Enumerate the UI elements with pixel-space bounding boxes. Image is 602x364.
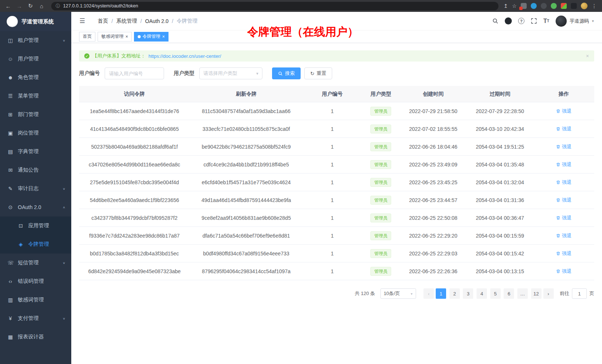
prev-page-button[interactable]: ‹ (423, 288, 434, 299)
user-id-input[interactable] (105, 67, 164, 79)
pagination: 共 120 条 10条/页 ▾ ‹ 1 2 3 (79, 288, 594, 299)
tab-label: 首页 (83, 33, 92, 40)
page-button[interactable]: 3 (463, 288, 473, 299)
force-logout-button[interactable]: 强退 (556, 268, 572, 275)
page-button[interactable]: … (517, 288, 528, 299)
page-button[interactable]: 5 (490, 288, 501, 299)
user-id-cell: 1 (302, 144, 362, 150)
sidebar-item-oauth2-app[interactable]: ⊡ 应用管理 (0, 216, 71, 235)
sidebar-item-post[interactable]: ▣ 岗位管理 (0, 124, 71, 142)
sidebar-item-tenant[interactable]: ◫ 租户管理 ∨ (0, 31, 71, 50)
extension-icon-blue[interactable] (531, 3, 537, 9)
page-tab[interactable]: 敏感词管理 × (98, 32, 132, 42)
browser-menu-kebab-icon[interactable]: ⋮ (592, 3, 597, 9)
force-logout-button[interactable]: 强退 (556, 108, 572, 115)
breadcrumb-item[interactable]: 首页 (98, 18, 108, 24)
access-token-cell: 275e5de9151045fe87cbdc395e004f4d (79, 179, 190, 185)
browser-back-button[interactable]: ← (4, 1, 13, 10)
user-id-cell: 1 (302, 268, 362, 274)
page-button[interactable]: 12 (531, 288, 542, 299)
created-time-cell: 2022-06-25 23:49:09 (400, 162, 467, 168)
font-size-icon[interactable]: TT (543, 18, 549, 24)
extension-icon-puzzle[interactable] (561, 3, 567, 9)
breadcrumb-item[interactable]: OAuth 2.0 (145, 18, 169, 24)
page-size-select[interactable]: 10条/页 ▾ (380, 288, 416, 299)
force-logout-button[interactable]: 强退 (556, 250, 572, 257)
extension-icon-grid[interactable] (521, 3, 527, 9)
extension-icon-dark[interactable] (541, 3, 547, 9)
browser-home-button[interactable]: ⌂ (37, 1, 46, 10)
error-code-icon: ‹› (7, 278, 13, 284)
next-page-button[interactable]: › (543, 288, 554, 299)
action-cell: 强退 (533, 126, 594, 132)
page-tab[interactable]: 令牌管理 × (134, 32, 169, 42)
sidebar-item-role[interactable]: ☻ 角色管理 (0, 68, 71, 87)
tab-close-icon[interactable]: × (125, 34, 128, 39)
sidebar-item-dict[interactable]: ▤ 字典管理 (0, 142, 71, 161)
address-bar[interactable]: ⓘ 127.0.0.1:1024/system/oauth2/token (51, 2, 498, 10)
expire-time-cell: 2054-03-04 19:51:25 (467, 144, 533, 150)
page-tab[interactable]: 首页 × (79, 32, 95, 42)
dict-book-icon: ▤ (7, 149, 13, 155)
share-icon[interactable]: ↥ (504, 3, 508, 9)
user-name: 芋道源码 (570, 18, 589, 24)
sidebar-item-notice[interactable]: ✉ 通知公告 (0, 161, 71, 179)
force-logout-button[interactable]: 强退 (556, 143, 572, 150)
tab-close-icon[interactable]: × (162, 34, 165, 39)
page-button[interactable]: 4 (477, 288, 487, 299)
search-icon[interactable] (492, 18, 498, 24)
bookmark-star-icon[interactable]: ☆ (512, 3, 517, 9)
sidebar-item-user[interactable]: ☺ 用户管理 (0, 50, 71, 68)
goto-page-input[interactable] (572, 288, 587, 299)
created-time-cell: 2022-06-25 22:29:20 (400, 233, 467, 239)
force-logout-button[interactable]: 强退 (556, 161, 572, 168)
doc-alert: ✓ 【用户体系】文档地址： https://doc.iocoder.cn/use… (79, 50, 594, 62)
user-avatar (556, 16, 567, 27)
github-icon[interactable] (505, 17, 512, 24)
breadcrumb-item[interactable]: 令牌管理 (177, 18, 197, 24)
alert-close-icon[interactable]: × (586, 53, 589, 59)
sidebar-item-oauth2-token[interactable]: ◈ 令牌管理 (0, 235, 71, 254)
page-button[interactable]: 6 (504, 288, 514, 299)
sidebar-item-report-designer[interactable]: ▦ 报表设计器 (0, 328, 71, 346)
app-logo[interactable]: 芋道管理系统 (0, 12, 71, 31)
sidebar-toggle-icon[interactable]: ☰ (79, 17, 85, 25)
doc-link[interactable]: https://doc.iocoder.cn/user-center/ (148, 53, 221, 59)
sidebar-item-error-code[interactable]: ‹› 错误码管理 (0, 272, 71, 291)
breadcrumb-separator: / (111, 18, 113, 24)
filter-form: 用户编号 用户类型 请选择用户类型 ▾ 搜索 ↻ 重置 (79, 67, 594, 79)
force-logout-button[interactable]: 强退 (556, 215, 572, 221)
search-button[interactable]: 搜索 (272, 67, 301, 79)
sidebar-item-sensitive-word[interactable]: ▥ 敏感词管理 (0, 291, 71, 309)
page-button[interactable]: 2 (449, 288, 460, 299)
sidebar-item-pay[interactable]: ¥ 支付管理 ∨ (0, 309, 71, 328)
sidebar-item-dept[interactable]: ⊞ 部门管理 (0, 105, 71, 124)
site-info-icon[interactable]: ⓘ (56, 3, 60, 9)
force-logout-button[interactable]: 强退 (556, 126, 572, 132)
sidebar-item-oauth2[interactable]: ⊙ OAuth 2.0 ∧ (0, 198, 71, 216)
column-header: 用户类型 (362, 91, 400, 97)
fullscreen-icon[interactable] (531, 18, 537, 24)
force-logout-button[interactable]: 强退 (556, 232, 572, 239)
action-cell: 强退 (533, 143, 594, 150)
sensitive-word-icon: ▥ (7, 297, 13, 303)
sidebar-item-menu[interactable]: ☰ 菜单管理 (0, 87, 71, 105)
table-header: 访问令牌 刷新令牌 用户编号 用户类型 创建时间 过期时间 操作 (79, 86, 594, 102)
user-type-tag: 管理员 (370, 267, 391, 276)
reset-button[interactable]: ↻ 重置 (304, 67, 332, 79)
help-icon[interactable]: ? (518, 18, 524, 24)
force-logout-button[interactable]: 强退 (556, 179, 572, 186)
chevron-icon: ∨ (63, 261, 65, 265)
user-type-select[interactable]: 请选择用户类型 ▾ (199, 67, 262, 79)
extension-icon-green[interactable] (551, 3, 557, 9)
force-logout-button[interactable]: 强退 (556, 197, 572, 203)
page-button[interactable]: 1 (436, 288, 446, 299)
browser-forward-button[interactable]: → (15, 1, 24, 10)
sidebar-item-audit-log[interactable]: ✎ 审计日志 ∨ (0, 179, 71, 198)
browser-reload-button[interactable]: ↻ (26, 1, 35, 10)
user-menu[interactable]: 芋道源码 ▾ (556, 16, 594, 27)
breadcrumb-item[interactable]: 系统管理 (116, 18, 137, 24)
sidebar-item-sms[interactable]: ☏ 短信管理 ∨ (0, 254, 71, 272)
extension-icon-square[interactable] (571, 3, 577, 9)
browser-profile-avatar[interactable] (581, 3, 588, 9)
